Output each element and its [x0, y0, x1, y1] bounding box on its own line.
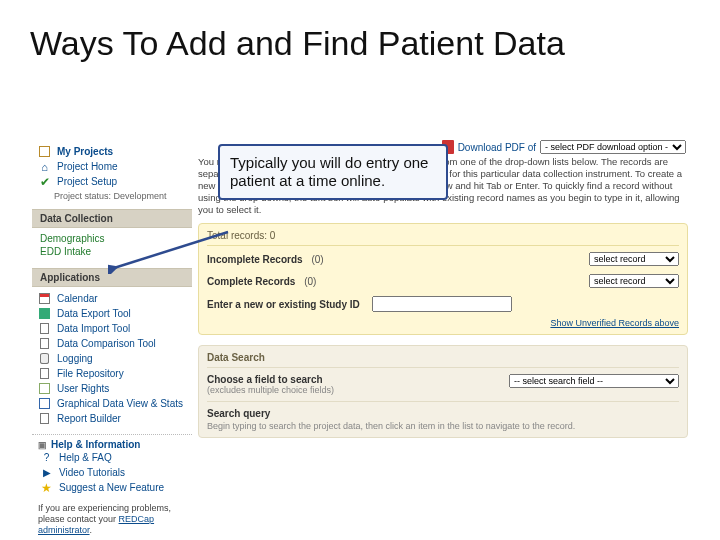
app-user-rights[interactable]: User Rights [36, 381, 188, 396]
nav-project-setup[interactable]: ✔ Project Setup [32, 174, 192, 189]
search-query-sub: Begin typing to search the project data,… [207, 419, 679, 431]
callout-box: Typically you will do entry one patient … [218, 144, 448, 200]
nav-project-setup-label: Project Setup [57, 176, 117, 187]
app-gdv-stats-label: Graphical Data View & Stats [57, 398, 183, 409]
app-user-rights-label: User Rights [57, 383, 109, 394]
calendar-icon [38, 292, 51, 305]
choose-field-select[interactable]: -- select search field -- [509, 374, 679, 388]
search-query-label: Search query [207, 408, 679, 419]
incomplete-records-select[interactable]: select record [589, 252, 679, 266]
user-rights-icon [38, 382, 51, 395]
video-icon: ▶ [40, 466, 53, 479]
slide-title: Ways To Add and Find Patient Data [0, 0, 720, 63]
help-faq[interactable]: ?Help & FAQ [38, 450, 186, 465]
export-icon [38, 307, 51, 320]
download-pdf-label: Download PDF of [458, 142, 536, 153]
complete-records-row: Complete Records (0) select record [207, 270, 679, 292]
check-icon: ✔ [38, 175, 51, 188]
sidebar: My Projects ⌂ Project Home ✔ Project Set… [32, 140, 192, 520]
app-logging-label: Logging [57, 353, 93, 364]
choose-field-sub: (excludes multiple choice fields) [207, 385, 334, 395]
incomplete-records-label: Incomplete Records [207, 254, 303, 265]
study-id-label: Enter a new or existing Study ID [207, 299, 360, 310]
help-suggest[interactable]: ★Suggest a New Feature [38, 480, 186, 495]
help-faq-label: Help & FAQ [59, 452, 112, 463]
choose-field-row: Choose a field to search (excludes multi… [207, 367, 679, 401]
study-id-input[interactable] [372, 296, 512, 312]
file-repo-icon [38, 367, 51, 380]
section-applications: Applications [32, 268, 192, 287]
search-query-row: Search query Begin typing to search the … [207, 401, 679, 431]
collapse-icon: ▣ [38, 440, 47, 450]
dc-link-demographics[interactable]: Demographics [40, 232, 184, 245]
incomplete-records-count: (0) [311, 254, 323, 265]
app-data-export[interactable]: Data Export Tool [36, 306, 188, 321]
section-data-collection: Data Collection [32, 209, 192, 228]
faq-icon: ? [40, 451, 53, 464]
total-records: Total records: 0 [207, 230, 679, 246]
nav-project-home-label: Project Home [57, 161, 118, 172]
app-file-repository[interactable]: File Repository [36, 366, 188, 381]
project-status: Project status: Development [32, 189, 192, 207]
app-data-comparison[interactable]: Data Comparison Tool [36, 336, 188, 351]
help-header-label: Help & Information [51, 439, 140, 450]
data-search-title: Data Search [207, 352, 679, 367]
stats-icon [38, 397, 51, 410]
dc-link-edd-intake[interactable]: EDD Intake [40, 245, 184, 258]
records-box: Total records: 0 Incomplete Records (0) … [198, 223, 688, 335]
data-collection-links: Demographics EDD Intake [32, 228, 192, 268]
report-icon [38, 412, 51, 425]
choose-field-label: Choose a field to search [207, 374, 334, 385]
data-search-box: Data Search Choose a field to search (ex… [198, 345, 688, 438]
app-calendar-label: Calendar [57, 293, 98, 304]
complete-records-select[interactable]: select record [589, 274, 679, 288]
logging-icon [38, 352, 51, 365]
app-report-builder-label: Report Builder [57, 413, 121, 424]
app-calendar[interactable]: Calendar [36, 291, 188, 306]
import-icon [38, 322, 51, 335]
complete-records-label: Complete Records [207, 276, 295, 287]
app-gdv-stats[interactable]: Graphical Data View & Stats [36, 396, 188, 411]
help-header[interactable]: ▣ Help & Information [38, 439, 186, 450]
app-logging[interactable]: Logging [36, 351, 188, 366]
help-note: If you are experiencing problems, please… [32, 499, 192, 535]
help-section: ▣ Help & Information ?Help & FAQ ▶Video … [32, 434, 192, 499]
folder-icon [38, 145, 51, 158]
app-file-repository-label: File Repository [57, 368, 124, 379]
nav-my-projects[interactable]: My Projects [32, 144, 192, 159]
app-data-export-label: Data Export Tool [57, 308, 131, 319]
show-unverified-link[interactable]: Show Unverified Records above [207, 314, 679, 328]
app-data-import[interactable]: Data Import Tool [36, 321, 188, 336]
sidebar-top-nav: My Projects ⌂ Project Home ✔ Project Set… [32, 140, 192, 209]
applications-list: Calendar Data Export Tool Data Import To… [32, 287, 192, 434]
complete-records-count: (0) [304, 276, 316, 287]
help-videos-label: Video Tutorials [59, 467, 125, 478]
study-id-row: Enter a new or existing Study ID [207, 292, 679, 314]
app-data-import-label: Data Import Tool [57, 323, 130, 334]
home-icon: ⌂ [38, 160, 51, 173]
app-data-comparison-label: Data Comparison Tool [57, 338, 156, 349]
total-records-value: 0 [270, 230, 276, 241]
nav-project-home[interactable]: ⌂ Project Home [32, 159, 192, 174]
help-note-post: . [90, 525, 93, 535]
compare-icon [38, 337, 51, 350]
nav-my-projects-label: My Projects [57, 146, 113, 157]
help-suggest-label: Suggest a New Feature [59, 482, 164, 493]
download-pdf-select[interactable]: - select PDF download option - [540, 140, 686, 154]
app-report-builder[interactable]: Report Builder [36, 411, 188, 426]
help-videos[interactable]: ▶Video Tutorials [38, 465, 186, 480]
incomplete-records-row: Incomplete Records (0) select record [207, 248, 679, 270]
total-records-label: Total records: [207, 230, 267, 241]
star-icon: ★ [40, 481, 53, 494]
callout-text: Typically you will do entry one patient … [230, 154, 428, 189]
